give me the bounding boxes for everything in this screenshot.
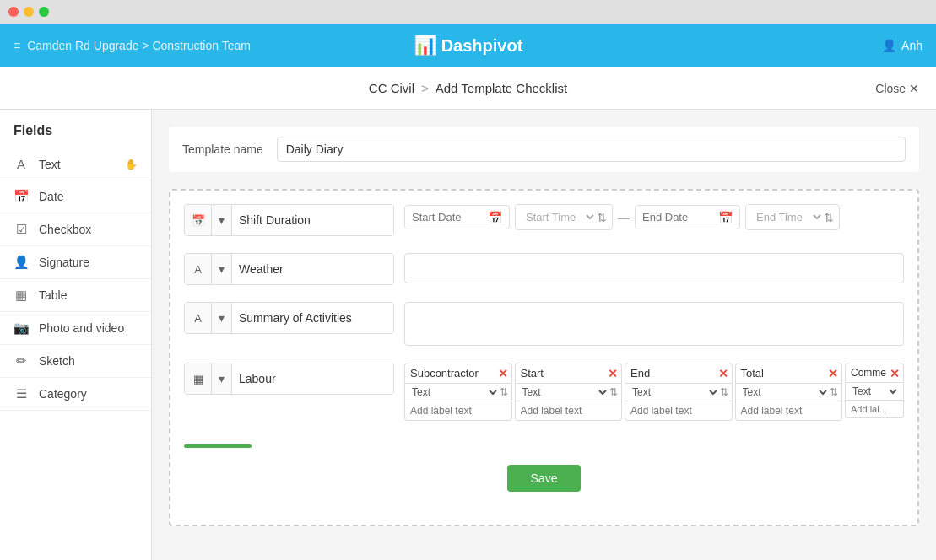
col-subcontractor-type-chevron: ⇅ [500,386,508,398]
sidebar-item-label: Text [39,158,61,171]
content-area: Template name 📅 ▾ 📅 [152,110,936,560]
save-button[interactable]: Save [507,465,582,492]
shift-duration-datetime: 📅 Start Time ⇅ — 📅 [404,204,904,230]
logo-icon: 📊 [414,35,436,57]
col-total-type-chevron: ⇅ [830,386,838,398]
breadcrumb-part1[interactable]: CC Civil [369,81,414,95]
nav-breadcrumb[interactable]: ≡ Camden Rd Upgrade > Construction Team [14,39,251,52]
close-btn[interactable] [8,7,19,17]
maximize-btn[interactable] [39,7,49,17]
col-end-type-select[interactable]: Text [629,385,720,399]
dash-separator: — [618,211,630,224]
col-start-type-chevron: ⇅ [609,386,618,398]
weather-type-icon: A [185,254,212,284]
end-time-select[interactable]: End Time [746,205,824,229]
user-menu[interactable]: 👤 Anh [882,39,922,52]
col-total-header: Total ✕ [735,363,843,384]
col-start-label: Start [521,367,617,380]
end-date-cal-icon[interactable]: 📅 [711,211,739,224]
start-time-chevron: ⇅ [597,211,612,224]
col-total-delete[interactable]: ✕ [828,367,838,380]
breadcrumb-bar: CC Civil > Add Template Checklist Close … [0,67,936,110]
col-end-label: End [630,367,727,380]
col-total-placeholder [735,401,843,421]
col-total-type-select[interactable]: Text [739,385,830,399]
labour-table-columns: Subcontractor ✕ Text ⇅ [404,363,904,421]
start-date-cal-icon[interactable]: 📅 [481,211,509,224]
col-total-placeholder-input[interactable] [736,401,842,420]
sidebar-item-checkbox[interactable]: ☑ Checkbox [0,213,151,246]
labour-type-dropdown[interactable]: ▾ [212,363,232,394]
summary-label-input[interactable] [232,303,393,333]
start-date-group: 📅 [404,205,510,229]
sidebar-item-photo[interactable]: 📷 Photo and video [0,312,151,345]
labour-type-icon: ▦ [185,363,212,394]
col-start-placeholder-input[interactable] [516,401,622,420]
template-name-input[interactable] [277,137,906,162]
breadcrumb: CC Civil > Add Template Checklist [369,81,567,95]
form-canvas: 📅 ▾ 📅 Start Time ⇅ — [169,189,919,526]
user-icon: 👤 [882,39,896,52]
checkbox-icon: ☑ [14,222,29,237]
col-comment-type-select[interactable]: Text [849,385,900,398]
sketch-icon: ✏ [14,353,29,369]
shift-duration-type-dropdown[interactable]: ▾ [212,205,232,235]
col-comment-type: Text [845,383,904,401]
sidebar-item-label: Sketch [39,354,75,368]
start-time-select[interactable]: Start Time [516,205,597,229]
col-subcontractor-placeholder-input[interactable] [405,401,511,420]
sidebar-item-date[interactable]: 📅 Date [0,180,151,213]
summary-text-value [404,302,904,346]
shift-duration-type-icon: 📅 [185,205,212,235]
table-icon: ▦ [14,288,29,303]
col-comment-header: Comme ✕ [845,363,904,383]
sidebar-item-label: Table [39,288,67,302]
col-start-type: Text ⇅ [515,384,623,401]
shift-duration-label-input[interactable] [232,205,393,235]
col-end-delete[interactable]: ✕ [718,367,728,380]
weather-value-area [404,253,904,283]
end-date-group: 📅 [635,205,740,229]
weather-label-input[interactable] [232,254,393,284]
sidebar-item-label: Category [39,387,87,401]
summary-type-dropdown[interactable]: ▾ [212,303,232,333]
sidebar-item-text[interactable]: A Text ✋ [0,148,151,180]
date-icon: 📅 [14,189,29,204]
close-page-button[interactable]: Close ✕ [875,82,919,95]
col-start-placeholder [515,401,623,421]
weather-type-dropdown[interactable]: ▾ [212,254,232,284]
breadcrumb-current: Add Template Checklist [436,81,567,95]
template-name-label: Template name [182,143,263,156]
col-total-label: Total [741,367,837,380]
end-time-group: End Time ⇅ [745,204,840,230]
titlebar [0,0,936,24]
photo-icon: 📷 [14,320,29,336]
weather-field: A ▾ [184,253,904,285]
weather-text-value [404,253,904,283]
sidebar-item-label: Checkbox [39,223,91,236]
end-time-chevron: ⇅ [824,211,839,224]
sidebar-item-table[interactable]: ▦ Table [0,279,151,312]
sidebar-title: Fields [0,123,151,148]
col-end-placeholder-input[interactable] [625,401,732,420]
sidebar-item-sketch[interactable]: ✏ Sketch [0,345,151,378]
col-subcontractor: Subcontractor ✕ Text ⇅ [404,363,512,421]
col-start-delete[interactable]: ✕ [608,367,618,380]
col-total-type: Text ⇅ [735,384,843,401]
col-subcontractor-type: Text ⇅ [404,384,512,401]
start-date-input[interactable] [405,206,481,229]
minimize-btn[interactable] [24,7,34,17]
sidebar-item-signature[interactable]: 👤 Signature [0,246,151,279]
col-start-type-select[interactable]: Text [519,385,610,399]
sidebar-item-category[interactable]: ☰ Category [0,378,151,411]
col-subcontractor-delete[interactable]: ✕ [498,367,508,380]
labour-label-input[interactable] [232,363,393,394]
end-date-input[interactable] [636,206,711,229]
text-icon: A [14,157,29,171]
col-comment-delete[interactable]: ✕ [890,367,900,380]
col-comment-placeholder-input[interactable] [846,401,903,417]
progress-bar-area [184,438,904,451]
col-comment: Comme ✕ Text [845,363,904,421]
menu-icon: ≡ [14,39,20,52]
col-subcontractor-type-select[interactable]: Text [408,385,500,399]
